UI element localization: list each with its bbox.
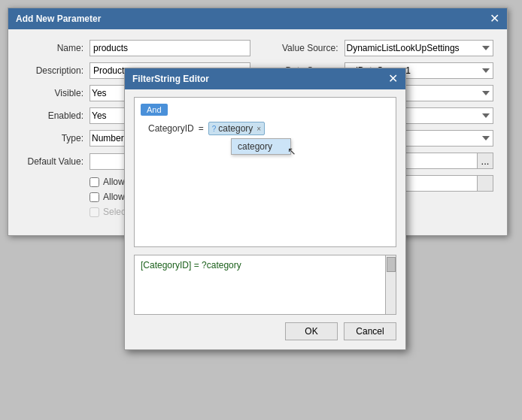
filter-dialog-title: FilterString Editor: [132, 74, 209, 84]
visible-label: Visible:: [22, 88, 90, 98]
value-source-label: Value Source:: [266, 43, 344, 53]
filter-code-text: [CategoryID] = ?category: [141, 260, 241, 270]
filter-code-area: [CategoryID] = ?category: [134, 255, 396, 315]
filter-ellipsis-btn[interactable]: ...: [477, 153, 493, 169]
filter-dialog: FilterString Editor ✕ And CategoryID = ?…: [124, 68, 406, 350]
filter-footer: OK Cancel: [134, 322, 396, 340]
name-row: Name:: [22, 40, 250, 56]
filter-dialog-close[interactable]: ✕: [388, 73, 398, 85]
allow-multiple-checkbox[interactable]: [90, 192, 99, 202]
select-all-checkbox[interactable]: [90, 207, 99, 217]
param-tag[interactable]: ? category ×: [208, 122, 265, 135]
and-tag[interactable]: And: [141, 104, 168, 116]
main-dialog-titlebar: Add New Parameter ✕: [8, 8, 507, 29]
filter-scrollbar[interactable]: [385, 255, 396, 314]
main-dialog-close[interactable]: ✕: [490, 13, 499, 25]
filter-field-label: CategoryID: [148, 123, 194, 134]
default-value-label: Default Value:: [22, 156, 90, 167]
value-source-select[interactable]: DynamicListLookUpSettings StaticListLook…: [344, 40, 494, 56]
filter-condition-row: CategoryID = ? category × category ↖: [148, 122, 390, 135]
enabled-label: Enabled:: [22, 110, 90, 121]
name-input[interactable]: [90, 40, 250, 56]
value-source-row: Value Source: DynamicListLookUpSettings …: [266, 40, 494, 56]
filter-dialog-titlebar: FilterString Editor ✕: [125, 68, 405, 89]
scrollbar-thumb: [387, 257, 396, 272]
dropdown-item[interactable]: category: [232, 139, 290, 154]
param-icon: ?: [212, 125, 217, 133]
description-label: Description:: [22, 65, 90, 76]
sort-member-btn[interactable]: [477, 175, 493, 192]
cursor-indicator: ↖: [287, 145, 296, 157]
type-label: Type:: [22, 133, 90, 144]
filter-body: And CategoryID = ? category × category ↖…: [125, 89, 405, 349]
filter-editor-area: And CategoryID = ? category × category ↖: [134, 97, 396, 247]
main-dialog-title: Add New Parameter: [16, 14, 101, 24]
param-name: category: [218, 123, 253, 134]
allow-null-checkbox[interactable]: [90, 177, 99, 187]
ok-button[interactable]: OK: [285, 322, 338, 340]
param-close-btn[interactable]: ×: [256, 125, 261, 133]
filter-eq: =: [199, 123, 204, 134]
cancel-button[interactable]: Cancel: [344, 322, 396, 340]
name-label: Name:: [22, 43, 90, 53]
dropdown-suggestion: category ↖: [231, 138, 291, 155]
